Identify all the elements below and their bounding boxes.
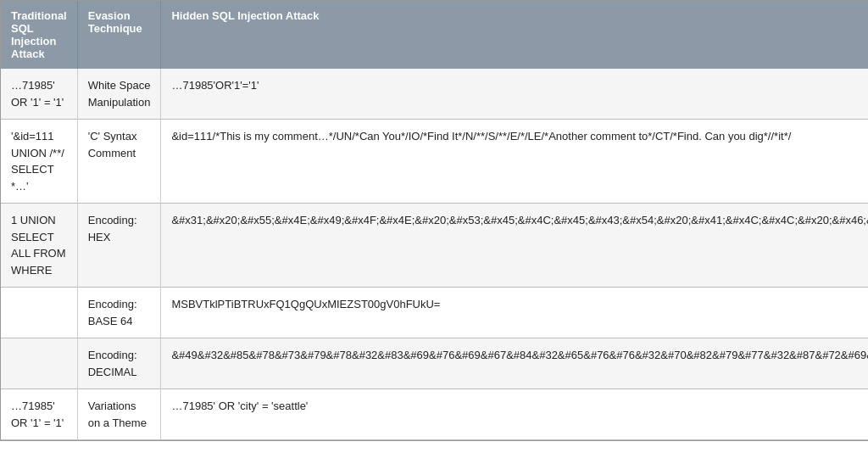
main-table-container: Traditional SQL Injection Attack Evasion… [0, 0, 868, 441]
cell-evasion-3: Encoding: HEX [77, 204, 161, 288]
table-row: Encoding: BASE 64 MSBVTklPTiBTRUxFQ1QgQU… [1, 288, 868, 338]
header-hidden: Hidden SQL Injection Attack [161, 1, 868, 69]
header-traditional: Traditional SQL Injection Attack [1, 1, 77, 69]
cell-hidden-6: …71985' OR 'city' = 'seattle' [161, 389, 868, 440]
table-row: …71985' OR '1' = '1' Variations on a The… [1, 389, 868, 440]
header-row: Traditional SQL Injection Attack Evasion… [1, 1, 868, 69]
cell-traditional-1: …71985' OR '1' = '1' [1, 69, 77, 120]
cell-traditional-3: 1 UNION SELECT ALL FROM WHERE [1, 204, 77, 288]
table-row: Encoding: DECIMAL &#49&#32&#85&#78&#73&#… [1, 338, 868, 389]
cell-hidden-5: &#49&#32&#85&#78&#73&#79&#78&#32&#83&#69… [161, 338, 868, 389]
cell-evasion-2: 'C' Syntax Comment [77, 120, 161, 204]
cell-evasion-6: Variations on a Theme [77, 389, 161, 440]
cell-hidden-3: &#x31;&#x20;&#x55;&#x4E;&#x49;&#x4F;&#x4… [161, 204, 868, 288]
sql-injection-table: Traditional SQL Injection Attack Evasion… [1, 1, 868, 440]
cell-hidden-2: &id=111/*This is my comment…*/UN/*Can Yo… [161, 120, 868, 204]
cell-evasion-4: Encoding: BASE 64 [77, 288, 161, 338]
cell-evasion-5: Encoding: DECIMAL [77, 338, 161, 389]
table-row: 1 UNION SELECT ALL FROM WHERE Encoding: … [1, 204, 868, 288]
cell-traditional-5 [1, 338, 77, 389]
cell-hidden-4: MSBVTklPTiBTRUxFQ1QgQUxMIEZST00gV0hFUkU= [161, 288, 868, 338]
table-row: …71985' OR '1' = '1' White Space Manipul… [1, 69, 868, 120]
cell-traditional-6: …71985' OR '1' = '1' [1, 389, 77, 440]
table-row: '&id=111 UNION /**/ SELECT *…' 'C' Synta… [1, 120, 868, 204]
cell-evasion-1: White Space Manipulation [77, 69, 161, 120]
cell-traditional-4 [1, 288, 77, 338]
cell-traditional-2: '&id=111 UNION /**/ SELECT *…' [1, 120, 77, 204]
header-evasion: Evasion Technique [77, 1, 161, 69]
cell-hidden-1: …71985'OR'1'='1' [161, 69, 868, 120]
